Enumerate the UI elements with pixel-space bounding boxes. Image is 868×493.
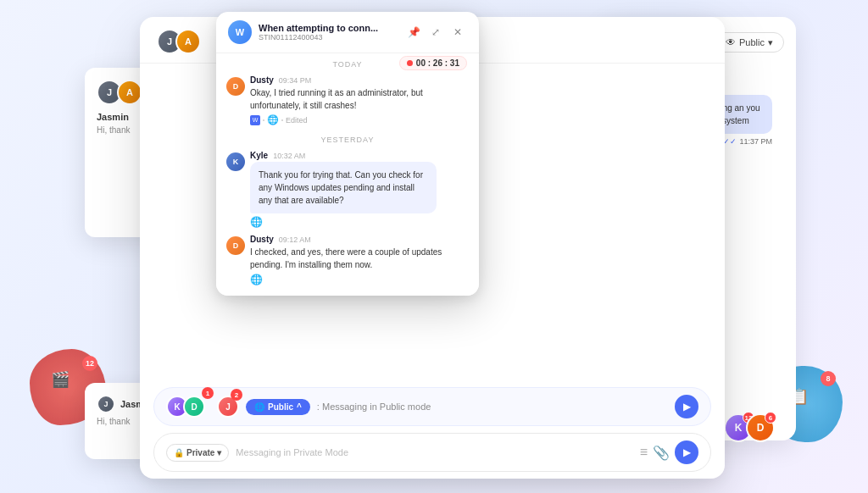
public-mode-label: Public	[268, 402, 293, 412]
red-blob-icon: 🎬	[45, 364, 75, 395]
dusty-avatar-2: D	[226, 236, 245, 255]
pb-avatar-2: D	[183, 396, 205, 418]
dusty-globe-icon-2: 🌐	[250, 274, 469, 285]
eye-icon: 👁	[726, 36, 736, 48]
edited-dot-2	[281, 119, 283, 121]
dusty-msg-2-text: I checked, and yes, there were a couple …	[250, 246, 469, 271]
popup-timer: 00 : 26 : 31	[399, 56, 467, 70]
globe-icon: 🌐	[254, 402, 264, 412]
public-label: Public	[739, 37, 765, 47]
lock-icon: 🔒	[174, 448, 184, 457]
dusty-time-1: 09:34 PM	[279, 76, 312, 85]
dusty-msg-1-text: Okay, I tried running it as an administr…	[250, 86, 469, 112]
popup-pin-button[interactable]: 📌	[404, 23, 423, 42]
timer-dot	[407, 60, 413, 66]
globe-edited-icon: 🌐	[267, 114, 279, 125]
check-mark: ✓✓	[723, 137, 737, 146]
dusty-avatar: D	[226, 77, 245, 96]
popup-body: TODAY D Dusty 09:34 PM Okay, I tried run…	[216, 53, 479, 296]
popup-action-buttons: 📌 ⤢ ✕	[404, 23, 467, 42]
pb-avatar-badge-2: 2	[231, 389, 242, 401]
timer-value: 00 : 26 : 31	[416, 58, 459, 68]
popup-message-dusty-1: D Dusty 09:34 PM Okay, I tried running i…	[216, 72, 479, 129]
bottom-right-avatar-group: K 12 D 6	[724, 413, 775, 442]
kyle-msg-text: Thank you for trying that. Can you check…	[259, 169, 428, 207]
chevron-down-icon: ▾	[768, 37, 773, 48]
kyle-avatar: K	[226, 152, 245, 171]
public-pill-btn[interactable]: 👁 Public ▾	[715, 32, 784, 53]
public-mode-button[interactable]: 🌐 Public ^	[246, 399, 310, 415]
header-avatar-2: A	[175, 29, 201, 54]
private-bar-placeholder: Messaging in Private Mode	[236, 447, 632, 457]
header-avatars: J A	[157, 29, 201, 54]
kyle-name: Kyle	[250, 151, 268, 160]
dusty-name-2: Dusty	[250, 235, 274, 244]
blue-blob-badge: 8	[821, 371, 836, 386]
attachment-button[interactable]: 📎	[653, 445, 670, 461]
public-send-button[interactable]: ▶	[675, 395, 698, 418]
popup-chat-dialog: W When attempting to conn... STIN0111240…	[216, 12, 479, 296]
yesterday-divider: YESTERDAY	[216, 129, 479, 147]
dusty-msg-2-body: Dusty 09:12 AM I checked, and yes, there…	[250, 235, 469, 285]
popup-ticket-id: STIN01112400043	[259, 33, 398, 42]
edited-dot	[263, 119, 264, 121]
popup-avatar: W	[228, 20, 252, 44]
edited-label: Edited	[286, 116, 308, 125]
public-bar-avatars: K D 1 J 2	[166, 396, 239, 418]
popup-header: W When attempting to conn... STIN0111240…	[216, 12, 479, 53]
kyle-bubble: Thank you for trying that. Can you check…	[250, 162, 437, 213]
dusty-name-1: Dusty	[250, 75, 274, 85]
dusty-msg-edited: W 🌐 Edited	[250, 114, 469, 125]
edited-icon: W	[250, 115, 260, 125]
messaging-bars: K D 1 J 2 🌐 Public ^ : Messaging in Publ…	[140, 382, 725, 479]
br-avatar-2: D 6	[746, 413, 775, 442]
private-mode-button[interactable]: 🔒 Private ▾	[166, 444, 229, 462]
public-bar-placeholder: : Messaging in Public mode	[317, 402, 668, 412]
popup-title: When attempting to conn...	[259, 23, 398, 33]
popup-close-button[interactable]: ✕	[448, 23, 467, 42]
text-format-button[interactable]: ≡	[640, 445, 648, 460]
public-messaging-bar[interactable]: K D 1 J 2 🌐 Public ^ : Messaging in Publ…	[153, 387, 711, 426]
dusty-time-2: 09:12 AM	[279, 235, 311, 244]
chevron-down-icon-priv: ▾	[217, 448, 221, 457]
kyle-time: 10:32 AM	[273, 152, 305, 160]
caret-icon: ^	[297, 402, 302, 412]
kyle-globe-icon: 🌐	[250, 216, 469, 228]
br-badge-2: 6	[765, 412, 776, 424]
popup-expand-button[interactable]: ⤢	[426, 23, 445, 42]
pb-avatar-badge-1: 1	[202, 387, 214, 399]
send-icon: ▶	[683, 401, 691, 413]
right-time-label: 11:37 PM	[739, 137, 772, 146]
bottom-sc-avatar: J	[97, 395, 115, 413]
kyle-msg-body: Kyle 10:32 AM Thank you for trying that.…	[250, 151, 469, 228]
sc-avatar-2: A	[117, 80, 142, 105]
popup-message-dusty-2: D Dusty 09:12 AM I checked, and yes, the…	[216, 231, 479, 289]
private-action-buttons: ≡ 📎 ▶	[640, 440, 698, 464]
private-send-button[interactable]: ▶	[675, 440, 698, 464]
popup-message-kyle: K Kyle 10:32 AM Thank you for trying tha…	[216, 147, 479, 231]
red-blob-badge: 12	[82, 356, 97, 371]
send-arrow-icon: ▶	[683, 446, 691, 458]
private-mode-label: Private	[186, 448, 214, 457]
private-messaging-bar[interactable]: 🔒 Private ▾ Messaging in Private Mode ≡ …	[153, 433, 711, 472]
dusty-msg-1-body: Dusty 09:34 PM Okay, I tried running it …	[250, 75, 469, 125]
